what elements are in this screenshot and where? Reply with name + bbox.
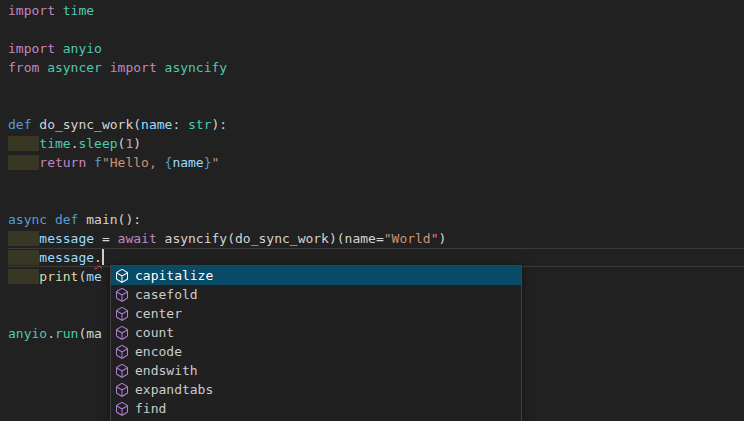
code-line	[8, 191, 744, 210]
suggestion-label: expandtabs	[135, 380, 213, 399]
code-token: sleep	[78, 136, 117, 151]
code-token: message	[39, 250, 94, 265]
code-token: me	[86, 269, 102, 284]
code-token: "Hello,	[102, 155, 165, 170]
code-token: asyncer	[47, 60, 102, 75]
code-token: ma	[86, 326, 102, 341]
code-token: )(	[329, 231, 345, 246]
code-token: ):	[212, 117, 228, 132]
suggestion-item-encode[interactable]: encode	[111, 342, 521, 361]
code-token: run	[55, 326, 78, 341]
code-token: str	[188, 117, 211, 132]
suggestion-item-casefold[interactable]: casefold	[111, 285, 521, 304]
code-token	[55, 3, 63, 18]
code-token: do_sync_work	[235, 231, 329, 246]
suggestion-label: count	[135, 323, 174, 342]
code-token: import	[110, 60, 157, 75]
code-token	[55, 41, 63, 56]
code-token: asyncify	[165, 60, 228, 75]
code-token	[157, 60, 165, 75]
code-token	[39, 60, 47, 75]
suggest-widget: capitalize casefold center count encode …	[110, 265, 522, 421]
suggestion-item-endswith[interactable]: endswith	[111, 361, 521, 380]
code-token: return	[39, 155, 86, 170]
code-token: (	[133, 117, 141, 132]
code-token: import	[8, 41, 55, 56]
code-token	[47, 212, 55, 227]
code-token	[86, 155, 94, 170]
suggestion-label: capitalize	[135, 266, 213, 285]
code-line: import anyio	[8, 39, 744, 58]
code-token: .	[94, 250, 102, 265]
code-token: time	[63, 3, 94, 18]
code-token: name	[172, 155, 203, 170]
code-line: from asyncer import asyncify	[8, 58, 744, 77]
code-token: from	[8, 60, 39, 75]
symbol-method-icon	[114, 325, 130, 341]
code-token: time	[39, 136, 70, 151]
symbol-method-icon	[114, 306, 130, 322]
code-editor: import timeimport anyiofrom asyncer impo…	[0, 0, 744, 421]
code-token: import	[8, 3, 55, 18]
code-line	[8, 172, 744, 191]
symbol-method-icon	[114, 363, 130, 379]
code-line	[8, 96, 744, 115]
suggestion-label: find	[135, 399, 166, 418]
code-token: =	[94, 231, 117, 246]
code-token: main	[86, 212, 117, 227]
code-token: =	[376, 231, 384, 246]
code-token: (	[227, 231, 235, 246]
code-token: asyncify	[165, 231, 228, 246]
code-line: def do_sync_work(name: str):	[8, 115, 744, 134]
symbol-method-icon	[114, 268, 130, 284]
symbol-method-icon	[114, 344, 130, 360]
suggestion-item-expandtabs[interactable]: expandtabs	[111, 380, 521, 399]
code-token: anyio	[8, 326, 47, 341]
code-token: ():	[118, 212, 141, 227]
suggestion-item-find[interactable]: find	[111, 399, 521, 418]
text-cursor	[102, 249, 104, 265]
code-line	[8, 20, 744, 39]
code-token	[157, 231, 165, 246]
code-token: )	[133, 136, 141, 151]
code-token: :	[172, 117, 188, 132]
suggestion-label: casefold	[135, 285, 198, 304]
code-token: message	[39, 231, 94, 246]
indent-highlight	[8, 155, 39, 170]
code-line: async def main():	[8, 210, 744, 229]
code-token: f	[94, 155, 102, 170]
suggestion-label: center	[135, 304, 182, 323]
suggestion-label: encode	[135, 342, 182, 361]
code-token: print	[39, 269, 78, 284]
symbol-method-icon	[114, 382, 130, 398]
code-line: time.sleep(1)	[8, 134, 744, 153]
code-token: do_sync_work	[39, 117, 133, 132]
code-token: name	[345, 231, 376, 246]
indent-highlight	[8, 269, 39, 284]
code-token: await	[118, 231, 157, 246]
code-token: def	[8, 117, 31, 132]
code-token: async	[8, 212, 47, 227]
code-token	[102, 60, 110, 75]
suggestion-label: endswith	[135, 361, 198, 380]
code-token: "	[212, 155, 220, 170]
suggestion-item-center[interactable]: center	[111, 304, 521, 323]
suggestion-item-count[interactable]: count	[111, 323, 521, 342]
code-line	[8, 77, 744, 96]
code-token: }	[204, 155, 212, 170]
code-token: anyio	[63, 41, 102, 56]
suggestion-item-capitalize[interactable]: capitalize	[111, 266, 521, 285]
indent-highlight	[8, 136, 39, 151]
indent-highlight	[8, 231, 39, 246]
code-token: .	[47, 326, 55, 341]
code-token: def	[55, 212, 78, 227]
code-token: )	[439, 231, 447, 246]
code-line: import time	[8, 1, 744, 20]
code-token: name	[141, 117, 172, 132]
symbol-method-icon	[114, 401, 130, 417]
indent-highlight	[8, 250, 39, 265]
code-line: return f"Hello, {name}"	[8, 153, 744, 172]
code-line: message = await asyncify(do_sync_work)(n…	[8, 229, 744, 248]
symbol-method-icon	[114, 287, 130, 303]
code-token: "World"	[384, 231, 439, 246]
